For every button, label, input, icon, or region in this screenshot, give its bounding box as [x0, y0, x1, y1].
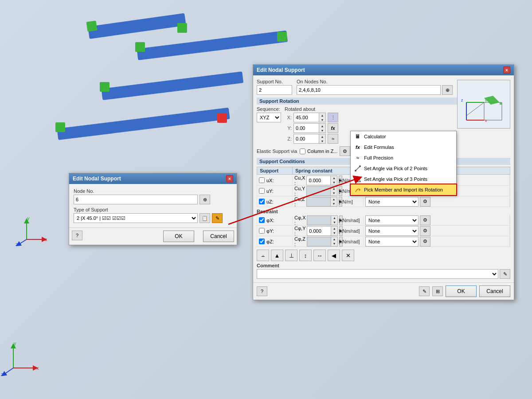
menu-calculator-label: Calculator: [364, 134, 386, 139]
small-cancel-btn[interactable]: Cancel: [203, 231, 234, 242]
cphi-x-input[interactable]: [307, 215, 331, 225]
svg-line-2: [4, 368, 13, 375]
support-icon-6[interactable]: ◀: [328, 250, 340, 261]
support-icon-1[interactable]: ⫠: [257, 250, 269, 261]
svg-text:x: x: [485, 118, 487, 123]
phiz-checkbox[interactable]: [259, 239, 265, 244]
phiy-nonlinearity[interactable]: None: [365, 226, 419, 236]
support-icon-5[interactable]: ↔: [313, 250, 326, 261]
cphi-z-up[interactable]: ▲: [331, 237, 337, 242]
ok-btn[interactable]: OK: [446, 286, 477, 297]
menu-full-precision[interactable]: ≈ Full Precision: [351, 153, 456, 163]
menu-calculator[interactable]: 🖩 Calculator: [351, 131, 456, 142]
cu-x-input[interactable]: [306, 176, 331, 185]
cphi-y-unit: [kNm/rad]: [339, 228, 363, 234]
y-value-input[interactable]: [293, 123, 319, 133]
z-spin-down[interactable]: ▼: [319, 139, 325, 143]
menu-edit-formulas[interactable]: fx Edit Formulas: [351, 142, 456, 153]
small-help-btn[interactable]: ?: [72, 231, 82, 240]
small-dialog-titlebar: Edit Nodal Support ×: [69, 173, 237, 184]
phix-nonlinearity[interactable]: None: [365, 215, 419, 225]
menu-set-angle-3[interactable]: Set Angle via Pick of 3 Points: [351, 174, 456, 184]
type-edit-btn[interactable]: ✎: [212, 213, 223, 223]
y-spinbox[interactable]: ▲ ▼: [293, 123, 326, 133]
cu-x-down[interactable]: ▼: [331, 180, 337, 185]
svg-marker-26: [500, 102, 502, 105]
ux-label: uX:: [266, 178, 274, 183]
edit-btn[interactable]: ✎: [419, 286, 430, 296]
comment-select[interactable]: [257, 269, 498, 279]
cphi-z-down[interactable]: ▼: [331, 242, 337, 246]
ux-checkbox[interactable]: [259, 177, 265, 183]
x-spin-up[interactable]: ▲: [319, 113, 325, 117]
cu-x-up[interactable]: ▲: [331, 176, 337, 180]
phiy-nonlin-btn[interactable]: ⚙: [420, 226, 430, 236]
y-spin-down[interactable]: ▼: [319, 128, 325, 133]
z-value-input[interactable]: [293, 134, 319, 144]
z-spin-up[interactable]: ▲: [319, 134, 325, 139]
elastic-settings-btn[interactable]: ⚙: [340, 146, 350, 156]
menu-set-angle-2[interactable]: Set Angle via Pick of 2 Points: [351, 163, 456, 174]
cphi-y-input[interactable]: [307, 226, 331, 236]
cu-z-down[interactable]: ▼: [331, 202, 337, 206]
small-dialog-close[interactable]: ×: [226, 175, 233, 182]
cu-z-input[interactable]: [306, 197, 331, 207]
uz-checkbox[interactable]: [259, 199, 265, 204]
x-spin-down[interactable]: ▼: [319, 117, 325, 122]
on-nodes-input[interactable]: [297, 85, 441, 95]
cu-z-up[interactable]: ▲: [331, 197, 337, 202]
z-spinbox[interactable]: ▲ ▼: [293, 134, 326, 144]
y-spin-up[interactable]: ▲: [319, 124, 325, 128]
formula-btn[interactable]: fx: [328, 123, 338, 133]
support-icon-4[interactable]: ↕: [299, 250, 312, 261]
restraint-label: Restraint: [257, 209, 510, 214]
x-axis-label: X:: [285, 115, 292, 120]
uz-nonlin-btn[interactable]: ⚙: [420, 197, 430, 207]
menu-pick-member[interactable]: Pick Member and Import its Rotation: [351, 184, 456, 195]
column-in-z-checkbox[interactable]: [300, 149, 305, 154]
comment-edit-btn[interactable]: ✎: [500, 269, 510, 279]
support-icon-3[interactable]: ⊥: [285, 250, 297, 261]
phiz-nonlinearity[interactable]: None: [365, 237, 419, 246]
x-spinbox[interactable]: ▲ ▼: [293, 113, 326, 122]
support-icon-7[interactable]: ✕: [342, 250, 354, 261]
type-support-select[interactable]: 2 |X 45.0° | ☑☑ ☑☑☑: [74, 213, 198, 223]
phiz-label: φZ:: [266, 239, 274, 244]
uz-nonlinearity[interactable]: None: [365, 197, 419, 207]
node-pick-btn[interactable]: ⊕: [200, 195, 210, 204]
uy-checkbox[interactable]: [259, 188, 265, 194]
cancel-btn[interactable]: Cancel: [479, 286, 510, 297]
cu-y-down[interactable]: ▼: [331, 191, 337, 196]
small-ok-btn[interactable]: OK: [163, 231, 194, 242]
support-no-input[interactable]: [257, 85, 292, 95]
3d-preview: y x z: [457, 80, 510, 129]
cphi-x-unit: [kNm/rad]: [339, 218, 363, 223]
on-nodes-pick-btn[interactable]: ⊕: [442, 85, 453, 95]
table-btn[interactable]: ⊞: [432, 286, 443, 296]
beam-4-end-left: [55, 122, 65, 132]
main-dialog-close[interactable]: ×: [503, 66, 510, 74]
phix-nonlin-btn[interactable]: ⚙: [420, 215, 430, 225]
main-dialog-title: Edit Nodal Support: [257, 67, 305, 73]
support-icons-row: ⫠ ▲ ⊥ ↕ ↔ ◀ ✕: [257, 250, 510, 261]
phix-checkbox[interactable]: [259, 217, 265, 223]
z-axis-label: Z:: [285, 136, 292, 141]
beam-2-end-left: [135, 42, 145, 52]
support-icon-2[interactable]: ▲: [271, 250, 283, 261]
phiy-checkbox[interactable]: [259, 228, 265, 234]
precision-btn[interactable]: ≈: [328, 134, 338, 144]
x-value-input[interactable]: [293, 113, 319, 122]
cphi-x-label: Cφ,X :: [294, 215, 305, 226]
phiz-nonlin-btn[interactable]: ⚙: [420, 237, 430, 246]
cu-y-up[interactable]: ▲: [331, 187, 337, 191]
help-btn[interactable]: ?: [257, 286, 267, 296]
rotation-menu-btn[interactable]: ⋮: [328, 113, 338, 122]
beam-3: [101, 71, 243, 100]
type-copy-btn[interactable]: 📋: [200, 213, 210, 223]
cu-y-input[interactable]: [306, 186, 331, 196]
sequence-label: Sequence:: [257, 106, 281, 112]
svg-text:z: z: [16, 242, 18, 247]
cphi-z-input[interactable]: [307, 237, 331, 246]
node-no-input[interactable]: [74, 195, 198, 204]
sequence-select[interactable]: XYZ: [257, 113, 281, 122]
